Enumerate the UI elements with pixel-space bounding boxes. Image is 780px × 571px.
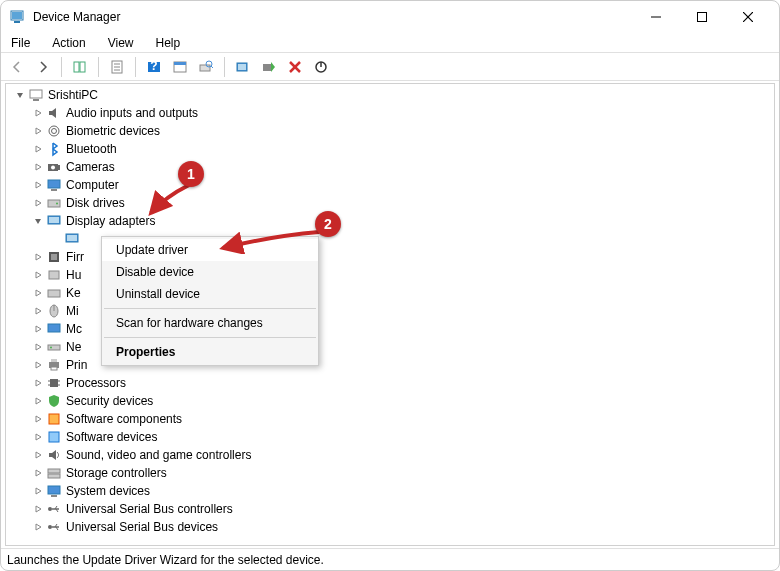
- expand-icon[interactable]: [30, 447, 46, 463]
- expand-icon[interactable]: [30, 501, 46, 517]
- ctx-uninstall-device[interactable]: Uninstall device: [102, 283, 318, 305]
- show-hide-console-button[interactable]: [68, 55, 92, 79]
- expand-icon[interactable]: [30, 465, 46, 481]
- expand-icon[interactable]: [30, 357, 46, 373]
- category-icon: [46, 141, 62, 157]
- tree-root[interactable]: SrishtiPC: [6, 86, 774, 104]
- svg-point-31: [51, 166, 55, 170]
- scan-hardware-button[interactable]: [194, 55, 218, 79]
- tree-item[interactable]: Security devices: [6, 392, 774, 410]
- tree-item-label: Processors: [66, 376, 126, 390]
- tree-item[interactable]: Processors: [6, 374, 774, 392]
- tree-item-label: Biometric devices: [66, 124, 160, 138]
- tree-item[interactable]: Storage controllers: [6, 464, 774, 482]
- tree-item-label: Firr: [66, 250, 84, 264]
- tree-item[interactable]: Cameras: [6, 158, 774, 176]
- category-icon: [46, 501, 62, 517]
- ctx-update-driver[interactable]: Update driver: [102, 239, 318, 261]
- tree-item[interactable]: Bluetooth: [6, 140, 774, 158]
- minimize-button[interactable]: [633, 1, 679, 33]
- close-button[interactable]: [725, 1, 771, 33]
- expand-icon[interactable]: [30, 429, 46, 445]
- tree-item-label: Ne: [66, 340, 81, 354]
- menu-help[interactable]: Help: [152, 34, 185, 52]
- svg-rect-40: [67, 235, 77, 241]
- svg-rect-22: [263, 64, 271, 71]
- svg-point-28: [49, 126, 59, 136]
- tree-item[interactable]: Display adapters: [6, 212, 774, 230]
- tree-item[interactable]: Disk drives: [6, 194, 774, 212]
- svg-rect-44: [48, 290, 60, 297]
- menu-action[interactable]: Action: [48, 34, 89, 52]
- category-icon: [46, 393, 62, 409]
- svg-rect-34: [51, 189, 57, 191]
- tree-item[interactable]: Software devices: [6, 428, 774, 446]
- expand-icon[interactable]: [30, 339, 46, 355]
- expand-icon[interactable]: [30, 141, 46, 157]
- expand-icon[interactable]: [30, 303, 46, 319]
- tree-item-label: Audio inputs and outputs: [66, 106, 198, 120]
- update-driver-button[interactable]: [231, 55, 255, 79]
- expand-icon[interactable]: [30, 411, 46, 427]
- tree-item[interactable]: Audio inputs and outputs: [6, 104, 774, 122]
- category-icon: [46, 213, 62, 229]
- toolbar: ?: [1, 53, 779, 81]
- ctx-properties[interactable]: Properties: [102, 341, 318, 363]
- callout-1: 1: [178, 161, 204, 187]
- tree-item[interactable]: Biometric devices: [6, 122, 774, 140]
- expand-icon[interactable]: [30, 159, 46, 175]
- category-icon: [46, 159, 62, 175]
- expand-icon[interactable]: [30, 267, 46, 283]
- tree-item[interactable]: Universal Serial Bus controllers: [6, 500, 774, 518]
- window-buttons: [633, 1, 771, 33]
- tree-item-label: Bluetooth: [66, 142, 117, 156]
- svg-rect-49: [48, 345, 60, 350]
- svg-rect-8: [80, 62, 85, 72]
- tree-item[interactable]: System devices: [6, 482, 774, 500]
- expand-icon[interactable]: [30, 177, 46, 193]
- action-button[interactable]: [168, 55, 192, 79]
- category-icon: [46, 249, 62, 265]
- svg-rect-59: [49, 414, 59, 424]
- svg-rect-4: [698, 13, 707, 22]
- tree-item[interactable]: Sound, video and game controllers: [6, 446, 774, 464]
- forward-button[interactable]: [31, 55, 55, 79]
- tree-item[interactable]: Universal Serial Bus devices: [6, 518, 774, 536]
- maximize-button[interactable]: [679, 1, 725, 33]
- svg-rect-7: [74, 62, 79, 72]
- ctx-disable-device[interactable]: Disable device: [102, 261, 318, 283]
- expand-icon[interactable]: [30, 249, 46, 265]
- category-icon: [46, 447, 62, 463]
- menu-view[interactable]: View: [104, 34, 138, 52]
- expand-icon[interactable]: [30, 285, 46, 301]
- uninstall-button[interactable]: [283, 55, 307, 79]
- tree-item[interactable]: Software components: [6, 410, 774, 428]
- disable-device-button[interactable]: [309, 55, 333, 79]
- expand-icon[interactable]: [30, 393, 46, 409]
- svg-point-69: [48, 525, 52, 529]
- back-button[interactable]: [5, 55, 29, 79]
- expand-icon[interactable]: [30, 213, 46, 229]
- help-button[interactable]: ?: [142, 55, 166, 79]
- window-title: Device Manager: [33, 10, 633, 24]
- tree-item[interactable]: Computer: [6, 176, 774, 194]
- tree-item-label: Storage controllers: [66, 466, 167, 480]
- ctx-scan[interactable]: Scan for hardware changes: [102, 312, 318, 334]
- svg-rect-17: [200, 65, 210, 71]
- collapse-icon[interactable]: [12, 87, 28, 103]
- category-icon: [46, 357, 62, 373]
- tree-item-label: Computer: [66, 178, 119, 192]
- expand-icon[interactable]: [30, 123, 46, 139]
- expand-icon[interactable]: [30, 483, 46, 499]
- enable-device-button[interactable]: [257, 55, 281, 79]
- expand-icon[interactable]: [30, 195, 46, 211]
- expand-icon[interactable]: [30, 105, 46, 121]
- tree-item-label: Sound, video and game controllers: [66, 448, 251, 462]
- menu-file[interactable]: File: [7, 34, 34, 52]
- svg-rect-33: [48, 180, 60, 188]
- expand-icon[interactable]: [30, 321, 46, 337]
- expand-icon[interactable]: [30, 375, 46, 391]
- properties-button[interactable]: [105, 55, 129, 79]
- expand-icon[interactable]: [30, 519, 46, 535]
- tree-item-label: Prin: [66, 358, 87, 372]
